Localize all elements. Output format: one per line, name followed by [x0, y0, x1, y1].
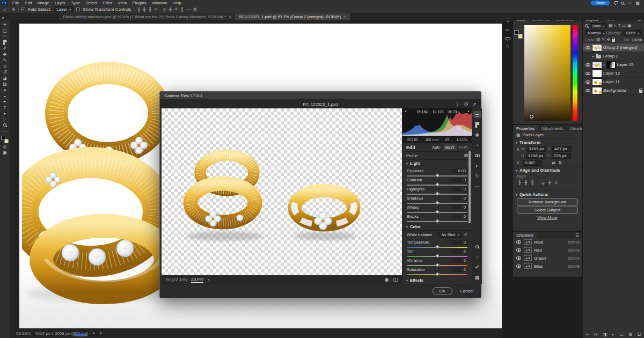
clone-stamp-tool-icon[interactable]: ⊙ [1, 63, 9, 69]
filter-adjustment-icon[interactable]: ◐ [614, 24, 617, 28]
lock-position-icon[interactable]: ✛ [606, 38, 610, 42]
zoom-level[interactable]: 53.68% [16, 331, 31, 336]
delete-layer-icon[interactable]: ⊔ [638, 333, 641, 337]
close-tab-icon[interactable]: × [343, 14, 346, 19]
color-picker-field[interactable] [524, 25, 570, 121]
visibility-eye-icon[interactable] [584, 46, 591, 49]
history-brush-tool-icon[interactable]: ↺ [1, 69, 9, 75]
reset-effects-icon[interactable]: ◌ [466, 278, 468, 283]
h-scrollbar-thumb[interactable] [74, 334, 87, 336]
quick-mask-icon[interactable]: ◎ [1, 144, 9, 149]
new-layer-icon[interactable]: ⊞ [628, 333, 632, 337]
export-icon[interactable]: ▭ [506, 28, 510, 32]
fill-value[interactable]: 100% [632, 38, 642, 42]
home-icon[interactable]: ⌂ [3, 8, 6, 12]
layer-row-11[interactable]: Layer 11 [583, 78, 644, 86]
type-tool-icon[interactable]: T [1, 105, 9, 110]
align-center-h-icon[interactable]: ╫ [523, 180, 529, 185]
discover-icon[interactable]: ⚐ [506, 45, 509, 49]
layer-effects-icon[interactable]: fx [594, 333, 597, 337]
document-tab-1[interactable]: Photo editing mistakes.psd @ 92.6% (1 Wh… [59, 13, 235, 20]
crop-icon[interactable]: ▛ [473, 121, 481, 128]
histogram[interactable]: ▲ ▲ R: 154 G: 123 B: 73 [402, 108, 472, 136]
preview-toggle-icon[interactable]: ▣ [384, 277, 389, 282]
width-field[interactable]: 3153 px [526, 146, 546, 152]
auto-button[interactable]: Auto [432, 145, 440, 150]
align-center-v-icon[interactable]: ╪ [546, 180, 553, 185]
channel-row-red[interactable]: Red Ctrl+3 [513, 246, 582, 254]
workspace-switcher-icon[interactable]: ▦ [635, 1, 640, 5]
cancel-button[interactable]: Cancel [460, 289, 473, 293]
align-bottom-icon[interactable]: ╧ [553, 180, 559, 185]
slider-track[interactable] [407, 185, 467, 186]
menu-layer[interactable]: Layer [52, 1, 68, 5]
effects-section-header[interactable]: ▾Effects ◌ [402, 277, 472, 284]
tab-channels[interactable]: Channels [513, 232, 537, 238]
exposure-slider[interactable]: Exposure0.00 [402, 167, 472, 177]
sample-tool-icon[interactable]: ✐ [473, 263, 481, 270]
auto-select-target-dropdown[interactable]: Layer [54, 6, 74, 12]
transform-section-header[interactable]: ▾Transform [513, 138, 582, 145]
collapse-panels-icon[interactable]: « [0, 16, 5, 20]
height-field[interactable]: 1206 px [526, 153, 545, 159]
menu-image[interactable]: Image [35, 1, 52, 5]
screen-mode-icon[interactable]: ▣ [1, 150, 9, 155]
color-section-header[interactable]: ▾Color ◌ [402, 223, 472, 231]
eyedropper-tool-icon[interactable]: ✐ [1, 46, 9, 51]
visibility-eye-icon[interactable] [515, 240, 522, 244]
workspace-gear-icon[interactable]: ⚙ [193, 8, 197, 12]
align-left-icon[interactable]: ╟ [516, 180, 523, 185]
new-group-icon[interactable]: ▭ [619, 333, 624, 337]
visibility-eye-icon[interactable] [515, 264, 522, 268]
align-section-header[interactable]: ▾Align and Distribute [513, 166, 582, 173]
foreground-color-swatch[interactable] [1, 136, 5, 140]
learn-bulb-icon[interactable]: ☼ [628, 1, 632, 5]
share-button[interactable]: Share [591, 1, 610, 5]
lasso-tool-icon[interactable]: ◠ [1, 34, 9, 39]
menu-window[interactable]: Window [149, 1, 170, 5]
layer-row-background[interactable]: Background [583, 86, 644, 95]
distribute-center-icon[interactable]: ╪ [169, 7, 172, 12]
grid-overlay-icon[interactable]: ▦ [473, 274, 481, 281]
preferences-gear-icon[interactable]: ⚙ [464, 102, 468, 107]
layer-row-15[interactable]: ∞ Layer 15 [583, 61, 644, 69]
align-right-icon[interactable]: ╢ [149, 7, 152, 12]
status-arrow-left-icon[interactable]: < [99, 331, 102, 335]
crop-tool-icon[interactable]: ▛ [1, 40, 9, 45]
reset-light-icon[interactable]: ◌ [466, 161, 468, 166]
white-balance-dropdown[interactable]: As Shot [438, 232, 462, 238]
channel-row-green[interactable]: Green Ctrl+4 [513, 254, 582, 262]
distribute-top-icon[interactable]: ╤ [163, 7, 166, 12]
tab-adjustments[interactable]: Adjustments [538, 125, 566, 131]
hue-slider[interactable] [573, 25, 577, 121]
filter-smart-icon[interactable]: ▣ [627, 24, 631, 28]
flip-horizontal-icon[interactable]: ⇄ [552, 161, 555, 165]
hand-tool-icon[interactable]: ☞ [1, 116, 9, 122]
menu-select[interactable]: Select [83, 1, 100, 5]
slider-thumb[interactable] [435, 219, 439, 223]
move-tool-icon[interactable]: ✛ [1, 22, 9, 27]
add-mask-icon[interactable]: ◨ [603, 333, 607, 337]
slider-track[interactable] [407, 274, 467, 275]
menu-filter[interactable]: Filter [100, 1, 115, 5]
channel-row-blue[interactable]: Blue Ctrl+5 [513, 262, 582, 270]
link-dimensions-icon[interactable]: ∞ [516, 148, 520, 151]
slider-track[interactable] [407, 247, 467, 248]
visibility-eye-icon[interactable] [515, 256, 522, 260]
light-section-header[interactable]: ▾Light ◌ [402, 160, 472, 167]
fullscreen-icon[interactable]: ↗ [472, 102, 477, 107]
channel-row-rgb[interactable]: RGB Ctrl+2 [513, 238, 582, 246]
slider-track[interactable] [407, 221, 467, 222]
layer-row-group2[interactable]: ▸ Group 2 [583, 52, 644, 61]
quick-actions-header[interactable]: ▾Quick Actions [513, 190, 582, 197]
align-top-icon[interactable]: ╤ [540, 180, 546, 185]
marquee-tool-icon[interactable]: ▢ [1, 28, 9, 33]
angle-field[interactable]: 0.00° [523, 160, 542, 166]
visibility-eye-icon[interactable] [584, 63, 591, 67]
slider-track[interactable] [407, 194, 467, 195]
show-transform-checkbox[interactable] [76, 8, 80, 11]
red-eye-icon[interactable] [473, 152, 481, 159]
presets-icon[interactable]: ◐ [473, 162, 481, 169]
layer-row-group2-merged[interactable]: Group 2 (merged) [583, 43, 644, 52]
filter-pixel-icon[interactable]: ▦ [609, 24, 612, 28]
